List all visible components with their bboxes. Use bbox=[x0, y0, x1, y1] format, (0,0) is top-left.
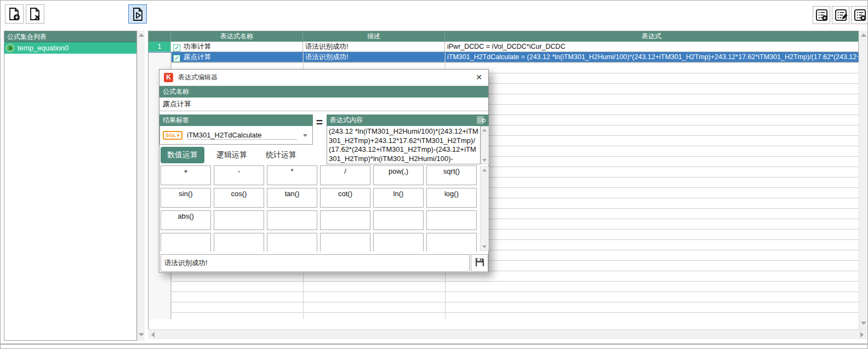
run-equation-set-button[interactable] bbox=[128, 4, 147, 24]
operator-button[interactable]: pow(,) bbox=[373, 165, 424, 185]
operator-button-empty bbox=[373, 210, 424, 230]
sgl-type-badge: SGL bbox=[163, 131, 182, 140]
scroll-up-icon[interactable] bbox=[482, 129, 487, 131]
result-tag-value: iTM301_H2TdCalculate bbox=[187, 131, 297, 140]
scroll-down-icon[interactable] bbox=[861, 322, 866, 325]
tab-numeric-operations[interactable]: 数值运算 bbox=[161, 147, 204, 163]
result-tag-combobox[interactable]: SGL iTM301_H2TdCalculate bbox=[159, 126, 313, 145]
column-header-index bbox=[149, 31, 171, 42]
operator-tabs: 数值运算 逻辑运算 统计运算 bbox=[161, 147, 303, 163]
operator-button[interactable]: - bbox=[214, 165, 264, 185]
operator-grid: +-*/pow(,)sqrt()sin()cos()tan()cot()ln()… bbox=[161, 165, 479, 251]
scroll-left-icon[interactable] bbox=[151, 332, 155, 337]
scroll-right-icon[interactable] bbox=[860, 332, 864, 337]
list-edit-icon bbox=[834, 8, 848, 22]
badge-arrow-icon bbox=[178, 134, 180, 137]
operator-button-empty bbox=[426, 233, 477, 251]
document-delete-icon bbox=[28, 7, 42, 21]
status-bar bbox=[1, 344, 867, 348]
table-row[interactable]: 1 ✓功率计算 语法识别成功! iPwr_DCDC = iVol_DCDC*iC… bbox=[149, 42, 859, 52]
formula-name-label: 公式名称 bbox=[159, 86, 488, 98]
list-add-icon bbox=[815, 8, 829, 22]
operator-button-empty bbox=[267, 210, 317, 230]
operator-button-empty bbox=[373, 233, 424, 251]
close-icon[interactable]: ✕ bbox=[470, 70, 488, 85]
operator-button-empty bbox=[267, 233, 317, 251]
formula-name-input[interactable]: 露点计算 bbox=[159, 98, 488, 111]
column-header-expression: 表达式 bbox=[445, 31, 859, 42]
operator-button-empty bbox=[426, 210, 477, 230]
expression-content-textarea[interactable]: (243.12 *ln(iTM301_H2Humi/100)*(243.12+i… bbox=[327, 126, 481, 164]
equals-sign: = bbox=[313, 116, 326, 129]
save-icon bbox=[475, 257, 485, 270]
formula-set-panel-title: 公式集合列表 bbox=[4, 31, 136, 42]
tab-logic-operations[interactable]: 逻辑运算 bbox=[210, 147, 254, 163]
scroll-up-icon[interactable] bbox=[139, 33, 144, 37]
operator-button[interactable]: log() bbox=[426, 188, 477, 208]
app-logo-icon: K bbox=[164, 73, 173, 82]
edit-expression-button[interactable] bbox=[832, 6, 849, 24]
column-header-description: 描述 bbox=[303, 31, 445, 42]
operator-button[interactable]: abs() bbox=[161, 210, 211, 230]
formula-set-item-label: temp_equation0 bbox=[18, 44, 68, 52]
scroll-down-icon[interactable] bbox=[482, 245, 487, 248]
expression-content-header: 表达式内容 bbox=[327, 115, 489, 126]
tab-statistic-operations[interactable]: 统计运算 bbox=[259, 147, 303, 163]
dialog-title: 表达式编辑器 bbox=[178, 73, 470, 82]
document-run-icon bbox=[130, 7, 145, 21]
dialog-titlebar[interactable]: K 表达式编辑器 ✕ bbox=[159, 70, 488, 86]
operator-button-empty bbox=[214, 233, 264, 251]
operator-button[interactable]: + bbox=[161, 165, 211, 185]
column-header-name: 表达式名称 bbox=[171, 31, 303, 42]
operator-button[interactable]: * bbox=[267, 165, 317, 185]
formula-set-panel: 公式集合列表 temp_equation0 bbox=[4, 31, 137, 341]
operator-button[interactable]: sqrt() bbox=[426, 165, 477, 185]
operator-button[interactable]: tan() bbox=[267, 188, 317, 208]
scroll-down-icon[interactable] bbox=[139, 333, 144, 336]
expression-editor-dialog: K 表达式编辑器 ✕ 公式名称 露点计算 结果标签 SGL iTM301_H2T… bbox=[159, 69, 489, 273]
result-label-header: 结果标签 bbox=[159, 115, 313, 126]
delete-equation-set-button[interactable] bbox=[26, 4, 44, 24]
delete-expression-button[interactable] bbox=[851, 6, 868, 24]
expression-scrollbar[interactable] bbox=[481, 126, 489, 164]
formula-list-scrollbar[interactable] bbox=[137, 31, 145, 341]
scroll-up-icon[interactable] bbox=[482, 169, 487, 171]
expression-name: 功率计算 bbox=[184, 43, 211, 50]
operator-button[interactable]: ln() bbox=[373, 188, 424, 208]
document-add-icon bbox=[7, 7, 21, 21]
expression-name-cell: ✓功率计算 bbox=[171, 42, 303, 52]
operator-button[interactable]: cos() bbox=[214, 188, 264, 208]
save-button[interactable] bbox=[471, 254, 488, 272]
operator-button-empty bbox=[320, 210, 370, 230]
add-expression-button[interactable] bbox=[813, 6, 830, 24]
operator-button-empty bbox=[214, 210, 264, 230]
expression-table-header: 表达式名称 描述 表达式 bbox=[149, 31, 859, 42]
description-cell: 语法识别成功! bbox=[303, 42, 445, 52]
scroll-down-icon[interactable] bbox=[482, 159, 487, 162]
play-circle-icon bbox=[6, 44, 14, 52]
new-equation-set-button[interactable] bbox=[5, 4, 24, 24]
operator-button[interactable]: / bbox=[320, 165, 370, 185]
operator-button-empty bbox=[320, 233, 370, 251]
app-window: 公式集合列表 temp_equation0 表达式名称 描述 表达式 1 ✓功率… bbox=[0, 0, 868, 349]
syntax-status-text: 语法识别成功! bbox=[161, 254, 470, 272]
scroll-up-icon[interactable] bbox=[861, 33, 866, 37]
operator-button[interactable]: sin() bbox=[161, 188, 211, 208]
operator-button[interactable]: cot() bbox=[320, 188, 370, 208]
chevron-down-icon[interactable] bbox=[303, 134, 307, 137]
list-delete-icon bbox=[853, 8, 867, 22]
operator-button-empty bbox=[161, 233, 211, 251]
table-vertical-scrollbar[interactable] bbox=[859, 31, 867, 329]
row-index: 1 bbox=[149, 42, 171, 52]
formula-set-item[interactable]: temp_equation0 bbox=[4, 42, 136, 54]
checkbox-checked-icon[interactable]: ✓ bbox=[173, 44, 180, 52]
expression-cell: iPwr_DCDC = iVol_DCDC*iCur_DCDC bbox=[445, 42, 859, 52]
operator-grid-scrollbar[interactable] bbox=[480, 166, 489, 251]
table-horizontal-scrollbar[interactable] bbox=[148, 329, 867, 339]
